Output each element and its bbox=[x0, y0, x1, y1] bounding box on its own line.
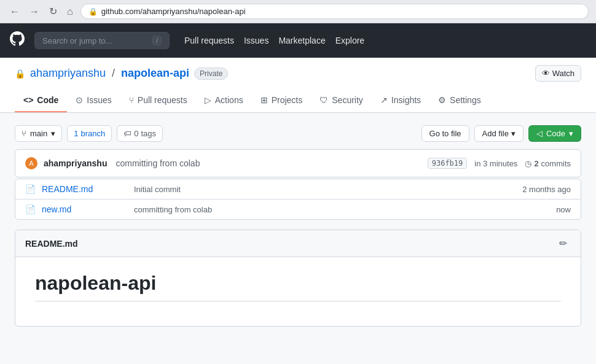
commits-count: 2 bbox=[534, 159, 538, 168]
tab-code[interactable]: <> Code bbox=[15, 89, 67, 112]
code-label: Code bbox=[546, 129, 565, 138]
add-file-label: Add file bbox=[482, 129, 509, 138]
readme-edit-button[interactable]: ✏ bbox=[555, 236, 571, 250]
tab-projects[interactable]: ⊞ Projects bbox=[252, 89, 312, 112]
tab-settings[interactable]: ⚙ Settings bbox=[429, 89, 490, 112]
repo-name-link[interactable]: napolean-api bbox=[121, 67, 189, 80]
tab-pr-label: Pull requests bbox=[138, 95, 187, 105]
back-button[interactable]: ← bbox=[7, 5, 22, 18]
edit-icon: ✏ bbox=[559, 238, 567, 249]
file-commit-new: committing from colab bbox=[134, 205, 550, 214]
file-row[interactable]: 📄 new.md committing from colab now bbox=[15, 199, 581, 219]
file-name-readme[interactable]: README.md bbox=[42, 184, 128, 194]
code-dropdown-icon: ▾ bbox=[569, 129, 573, 138]
readme-heading: napolean-api bbox=[35, 272, 561, 301]
tab-insights[interactable]: ↗ Insights bbox=[372, 89, 429, 112]
tab-projects-label: Projects bbox=[272, 95, 303, 105]
tags-count: 0 bbox=[134, 129, 138, 138]
projects-tab-icon: ⊞ bbox=[261, 95, 268, 105]
visibility-badge: Private bbox=[194, 68, 228, 80]
readme-header: README.md ✏ bbox=[15, 230, 581, 257]
file-time-readme: 2 months ago bbox=[522, 185, 571, 194]
insights-tab-icon: ↗ bbox=[380, 95, 388, 105]
lock-icon: 🔒 bbox=[88, 7, 98, 16]
tab-actions-label: Actions bbox=[215, 95, 243, 105]
branch-name: main bbox=[30, 129, 47, 138]
eye-icon: 👁 bbox=[542, 69, 550, 78]
branch-icon: ⑂ bbox=[22, 129, 26, 138]
tab-issues[interactable]: ⊙ Issues bbox=[67, 89, 120, 112]
commits-label: commits bbox=[541, 159, 571, 168]
address-bar[interactable]: 🔒 github.com/ahampriyanshu/napolean-api bbox=[80, 4, 589, 19]
file-name-new[interactable]: new.md bbox=[42, 204, 128, 214]
github-nav: Pull requests Issues Marketplace Explore bbox=[184, 36, 364, 45]
security-tab-icon: 🛡 bbox=[320, 95, 328, 105]
history-icon: ◷ bbox=[525, 159, 531, 168]
refresh-button[interactable]: ↻ bbox=[47, 4, 60, 18]
code-tab-icon: <> bbox=[23, 95, 33, 105]
file-table: 📄 README.md Initial commit 2 months ago … bbox=[15, 179, 581, 220]
pr-tab-icon: ⑂ bbox=[129, 95, 134, 105]
actions-tab-icon: ▷ bbox=[205, 95, 211, 105]
github-header: Search or jump to... / Pull requests Iss… bbox=[0, 23, 596, 58]
add-file-dropdown-icon: ▾ bbox=[511, 129, 516, 138]
readme-title: README.md bbox=[25, 239, 78, 249]
commit-author[interactable]: ahampriyanshu bbox=[44, 158, 107, 168]
go-to-file-button[interactable]: Go to file bbox=[422, 125, 469, 142]
watch-label: Watch bbox=[552, 69, 574, 78]
branch-selector[interactable]: ⑂ main ▾ bbox=[15, 125, 62, 142]
commit-meta: 936fb19 in 3 minutes ◷ 2 commits bbox=[428, 158, 571, 169]
tab-actions[interactable]: ▷ Actions bbox=[196, 89, 252, 112]
home-button[interactable]: ⌂ bbox=[65, 5, 76, 18]
commit-message: committing from colab bbox=[116, 158, 200, 168]
commits-link[interactable]: ◷ 2 commits bbox=[525, 159, 571, 168]
branch-bar: ⑂ main ▾ 1 branch 🏷 0 tags Go to file Ad… bbox=[15, 125, 581, 142]
forward-button[interactable]: → bbox=[27, 5, 42, 18]
code-button[interactable]: ◁ Code ▾ bbox=[528, 125, 581, 142]
issues-tab-icon: ⊙ bbox=[76, 95, 83, 105]
watch-button[interactable]: 👁 Watch bbox=[535, 65, 581, 82]
search-bar[interactable]: Search or jump to... / bbox=[34, 32, 170, 49]
branches-count: 1 bbox=[74, 129, 78, 138]
file-time-new: now bbox=[556, 205, 571, 214]
tag-icon: 🏷 bbox=[124, 129, 131, 138]
file-row[interactable]: 📄 README.md Initial commit 2 months ago bbox=[15, 179, 581, 199]
commit-time: in 3 minutes bbox=[474, 159, 517, 168]
add-file-button[interactable]: Add file ▾ bbox=[474, 125, 523, 142]
tab-security-label: Security bbox=[332, 95, 363, 105]
tab-pull-requests[interactable]: ⑂ Pull requests bbox=[120, 89, 196, 112]
tab-insights-label: Insights bbox=[391, 95, 421, 105]
nav-pull-requests[interactable]: Pull requests bbox=[184, 36, 234, 45]
browser-bar: ← → ↻ ⌂ 🔒 github.com/ahampriyanshu/napol… bbox=[0, 0, 596, 23]
search-placeholder: Search or jump to... bbox=[42, 36, 112, 45]
avatar: A bbox=[25, 157, 37, 169]
tab-code-label: Code bbox=[37, 95, 58, 105]
tab-issues-label: Issues bbox=[87, 95, 111, 105]
github-logo[interactable] bbox=[10, 31, 25, 50]
commit-hash[interactable]: 936fb19 bbox=[428, 158, 468, 169]
settings-tab-icon: ⚙ bbox=[438, 95, 446, 105]
url-text: github.com/ahampriyanshu/napolean-api bbox=[101, 7, 246, 16]
commit-info-box: A ahampriyanshu committing from colab 93… bbox=[15, 149, 581, 177]
repo-tabs: <> Code ⊙ Issues ⑂ Pull requests ▷ Actio… bbox=[15, 89, 581, 112]
file-icon-new: 📄 bbox=[25, 204, 36, 214]
branches-link[interactable]: 1 branch bbox=[67, 125, 112, 142]
nav-issues[interactable]: Issues bbox=[244, 36, 269, 45]
tab-settings-label: Settings bbox=[450, 95, 481, 105]
search-kbd: / bbox=[152, 36, 162, 45]
tab-security[interactable]: 🛡 Security bbox=[311, 89, 372, 112]
repo-separator: / bbox=[112, 67, 115, 80]
repo-owner-link[interactable]: ahampriyanshu bbox=[30, 67, 106, 80]
file-icon-readme: 📄 bbox=[25, 184, 36, 194]
tags-info[interactable]: 🏷 0 tags bbox=[117, 125, 163, 142]
readme-box: README.md ✏ napolean-api bbox=[15, 230, 581, 327]
branch-dropdown-icon: ▾ bbox=[51, 129, 55, 138]
nav-marketplace[interactable]: Marketplace bbox=[278, 36, 325, 45]
tags-label: tags bbox=[141, 129, 156, 138]
readme-content: napolean-api bbox=[15, 257, 581, 326]
nav-explore[interactable]: Explore bbox=[335, 36, 364, 45]
file-commit-readme: Initial commit bbox=[134, 185, 516, 194]
private-lock-icon: 🔒 bbox=[15, 69, 25, 79]
code-icon: ◁ bbox=[536, 129, 543, 138]
main-content: ⑂ main ▾ 1 branch 🏷 0 tags Go to file Ad… bbox=[0, 113, 596, 339]
